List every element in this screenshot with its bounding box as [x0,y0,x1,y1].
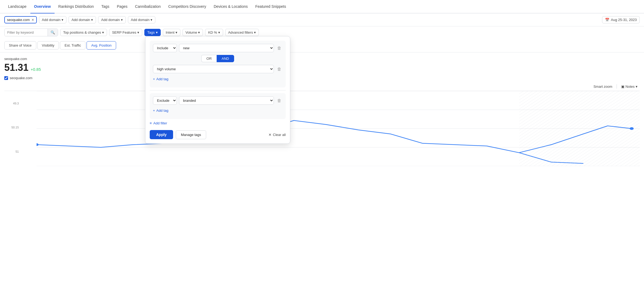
tab-share-of-voice[interactable]: Share of Voice [4,41,36,50]
divider [617,84,617,89]
delete-filter-button-2[interactable]: 🗑 [276,66,282,73]
chevron-down-icon: ▾ [102,30,104,34]
add-tag-button-2[interactable]: + Add tag [153,107,168,114]
tags-dropdown-panel: Include Exclude new high volume branded … [145,36,290,144]
section-divider [150,90,286,90]
add-filter-button[interactable]: ≡ Add filter [150,120,167,126]
domain-checkbox[interactable] [4,76,8,80]
nav-landscape[interactable]: Landscape [4,0,30,13]
metric-change: +0.85 [31,67,41,72]
add-domain-button-3[interactable]: Add domain ▾ [98,16,126,23]
exclude-filter-row: Include Exclude branded new high volume … [153,96,282,105]
include-filter-row-1: Include Exclude new high volume branded … [153,44,282,52]
chevron-down-icon: ▾ [156,30,158,34]
y-tick-1: 49.3 [4,102,20,105]
chevron-down-icon: ▾ [636,85,638,89]
nav-rankings-distribution[interactable]: Rankings Distribution [55,0,98,13]
chart-area: 49.3 50.15 51 51.85 [4,91,640,166]
checkbox-domain-name: seoquake.com [10,76,33,80]
line-chart-svg [20,91,640,166]
top-positions-filter[interactable]: Top positions & changes ▾ [60,29,107,36]
domain-checkbox-label: seoquake.com [4,76,640,80]
search-input[interactable] [5,29,48,36]
nav-featured-snippets[interactable]: Featured Snippets [252,0,290,13]
svg-rect-7 [519,91,640,166]
plus-icon: + [153,77,155,81]
manage-tags-button[interactable]: Manage tags [176,130,206,139]
include-exclude-select-1[interactable]: Include Exclude [153,44,177,52]
notes-toggle[interactable]: ▣ Notes ▾ [621,85,638,89]
calendar-icon: 📅 [605,18,609,22]
nav-pages[interactable]: Pages [113,0,131,13]
search-button[interactable]: 🔍 [48,29,58,36]
domain-toolbar: seoquake.com ✕ Add domain ▾ Add domain ▾… [0,13,644,26]
chart-topbar: Smart zoom ▣ Notes ▾ [4,83,640,91]
y-tick-2: 50.15 [4,126,20,129]
include-group: Include Exclude new high volume branded … [150,41,286,88]
remove-domain-button[interactable]: ✕ [31,18,34,22]
add-domain-button-2[interactable]: Add domain ▾ [69,16,96,23]
clear-all-button[interactable]: ✕ Clear all [269,133,286,137]
main-chart-area: seoquake.com 51.31 +0.85 seoquake.com Sm… [0,52,644,166]
nav-devices-locations[interactable]: Devices & Locations [210,0,252,13]
chevron-down-icon: ▾ [91,18,93,22]
add-domain-button-4[interactable]: Add domain ▾ [128,16,155,23]
chevron-down-icon: ▾ [198,30,200,34]
domain-label: seoquake.com [4,57,640,61]
y-tick-3: 51 [4,150,20,153]
filter-icon: ≡ [150,121,152,125]
top-navigation: Landscape Overview Rankings Distribution… [0,0,644,13]
kd-filter[interactable]: KD % ▾ [205,29,223,36]
domain-chip: seoquake.com ✕ [4,16,37,23]
tab-est-traffic[interactable]: Est. Traffic [60,41,85,50]
chevron-down-icon: ▾ [218,30,220,34]
serp-features-filter[interactable]: SERP Features ▾ [109,29,142,36]
chevron-down-icon: ▾ [254,30,256,34]
metric-tabs: Share of Voice Visibility Est. Traffic A… [0,38,644,52]
volume-filter[interactable]: Volume ▾ [183,29,203,36]
delete-filter-button-3[interactable]: 🗑 [276,97,282,104]
include-filter-row-2: high volume new branded 🗑 [153,65,282,73]
y-axis: 49.3 50.15 51 51.85 [4,102,20,166]
advanced-filters[interactable]: Advanced filters ▾ [225,29,259,36]
add-tag-button-1[interactable]: + Add tag [153,76,168,82]
domain-name: seoquake.com [7,18,30,22]
plus-icon-2: + [153,108,155,113]
metric-value: 51.31 [4,62,28,73]
smart-zoom-toggle[interactable]: Smart zoom [593,85,612,89]
chevron-down-icon: ▾ [151,18,152,22]
tag-value-select-2[interactable]: high volume new branded [153,65,274,73]
nav-cannibalization[interactable]: Cannibalization [131,0,164,13]
chevron-down-icon: ▾ [62,18,63,22]
tab-avg-position[interactable]: Avg. Position [87,41,116,50]
tags-filter[interactable]: Tags ▾ [144,29,160,36]
chevron-down-icon: ▾ [121,18,123,22]
apply-button[interactable]: Apply [150,130,173,139]
or-and-toggle: OR AND [153,55,282,62]
filter-toolbar: 🔍 Top positions & changes ▾ SERP Feature… [0,26,644,38]
svg-point-8 [630,127,634,130]
tag-value-select-1[interactable]: new high volume branded [179,44,274,52]
exclude-group: Include Exclude branded new high volume … [150,93,286,119]
keyword-search: 🔍 [4,29,58,36]
notes-icon: ▣ [621,85,624,89]
chevron-down-icon: ▾ [137,30,139,34]
svg-point-5 [35,143,39,146]
chevron-down-icon: ▾ [176,30,177,34]
nav-tags[interactable]: Tags [98,0,113,13]
panel-footer: Apply Manage tags ✕ Clear all [150,130,286,139]
add-domain-button-1[interactable]: Add domain ▾ [39,16,66,23]
tab-visibility[interactable]: Visibility [37,41,59,50]
date-picker-button[interactable]: 📅 Aug 25-31, 2023 [602,16,640,23]
or-button[interactable]: OR [201,55,217,62]
nav-overview[interactable]: Overview [30,0,55,13]
delete-filter-button-1[interactable]: 🗑 [276,45,282,52]
date-range-label: Aug 25-31, 2023 [611,18,637,22]
close-icon: ✕ [269,133,271,137]
tag-value-select-3[interactable]: branded new high volume [179,96,274,105]
and-button[interactable]: AND [217,55,234,62]
include-exclude-select-2[interactable]: Include Exclude [153,96,177,105]
nav-competitors-discovery[interactable]: Competitors Discovery [164,0,210,13]
intent-filter[interactable]: Intent ▾ [163,29,181,36]
